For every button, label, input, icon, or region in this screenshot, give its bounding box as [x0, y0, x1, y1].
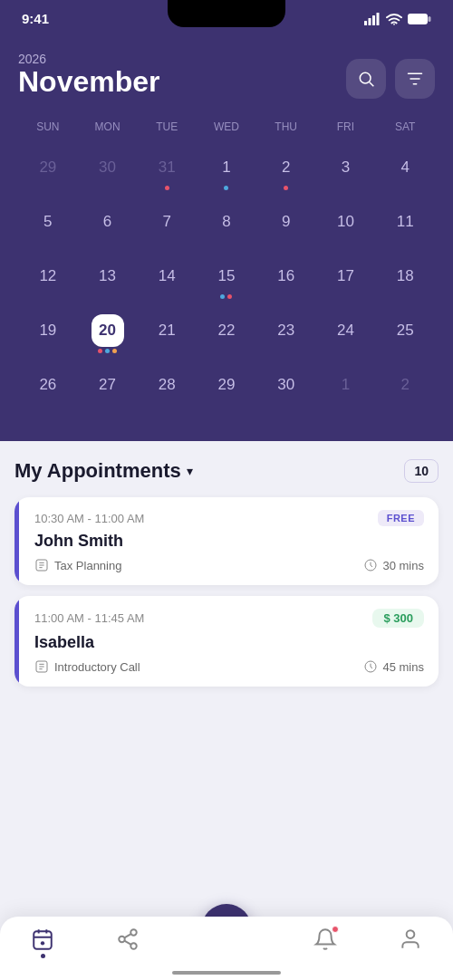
dot-3-0: [224, 186, 228, 190]
cal-day-11[interactable]: 9: [256, 200, 316, 251]
cal-day-24[interactable]: 22: [197, 309, 256, 360]
svg-point-18: [119, 937, 125, 943]
cal-day-3[interactable]: 1: [197, 146, 256, 197]
cal-day-4[interactable]: 2: [256, 146, 316, 197]
day-number-24: 22: [210, 314, 243, 347]
filter-icon: [406, 70, 424, 88]
cal-day-9[interactable]: 7: [137, 200, 197, 251]
card-name-1: John Smith: [34, 532, 424, 551]
day-number-5: 3: [329, 151, 361, 184]
appointment-card-2[interactable]: 11:00 AM - 11:45 AM $ 300 Isabella Intro…: [14, 596, 439, 687]
appointment-card-1[interactable]: 10:30 AM - 11:00 AM FREE John Smith Tax …: [14, 497, 439, 585]
nav-share[interactable]: [116, 927, 140, 958]
svg-rect-3: [377, 13, 380, 25]
day-number-2: 31: [150, 151, 183, 184]
dot-17-0: [220, 294, 225, 299]
weekday-wed: WED: [197, 117, 256, 137]
cal-day-18[interactable]: 16: [256, 255, 316, 305]
profile-nav-icon: [399, 927, 422, 951]
clock-icon-2: [363, 659, 378, 674]
cal-day-19[interactable]: 17: [316, 255, 376, 305]
cal-day-14[interactable]: 12: [18, 255, 78, 305]
dot-row-0: [18, 186, 78, 191]
day-number-17: 15: [210, 260, 243, 293]
dot-2-0: [165, 186, 169, 190]
cal-day-31[interactable]: 29: [197, 363, 256, 414]
filter-button[interactable]: [395, 59, 435, 99]
day-number-0: 29: [32, 151, 64, 184]
dot-row-29: [78, 403, 138, 408]
signal-icon: [364, 13, 381, 25]
dot-row-1: [78, 186, 138, 191]
appointments-header: My Appointments ▾ 10: [14, 459, 439, 483]
clock-icon-1: [363, 558, 378, 572]
bottom-nav: [0, 917, 453, 980]
cal-day-27[interactable]: 25: [375, 309, 435, 360]
day-number-26: 24: [329, 314, 361, 347]
cal-day-5[interactable]: 3: [316, 146, 376, 197]
dot-row-12: [316, 240, 376, 245]
nav-inactive-dot-profile: [409, 954, 413, 958]
day-number-10: 8: [210, 206, 243, 238]
cal-day-2[interactable]: 31: [137, 146, 197, 197]
cal-day-16[interactable]: 14: [137, 255, 197, 305]
svg-line-21: [124, 934, 130, 937]
dot-row-16: [137, 294, 197, 300]
cal-day-6[interactable]: 4: [375, 146, 435, 197]
card-duration-label-2: 45 mins: [382, 660, 424, 674]
nav-profile[interactable]: [399, 927, 422, 958]
dot-row-9: [137, 240, 197, 245]
cal-day-12[interactable]: 10: [316, 200, 376, 251]
dot-row-17: [197, 294, 256, 300]
dot-row-11: [256, 240, 316, 245]
calendar-header: 2026 November: [18, 52, 435, 99]
dot-22-0: [98, 349, 102, 353]
dot-row-5: [316, 186, 376, 191]
cal-day-34[interactable]: 2: [375, 363, 435, 414]
card-duration-2: 45 mins: [363, 659, 424, 674]
cal-day-30[interactable]: 28: [137, 363, 197, 414]
cal-day-29[interactable]: 27: [78, 363, 138, 414]
card-accent-bar: [14, 497, 19, 585]
cal-day-7[interactable]: 5: [18, 200, 78, 251]
cal-day-33[interactable]: 1: [316, 363, 376, 414]
cal-day-13[interactable]: 11: [375, 200, 435, 251]
svg-rect-6: [429, 16, 431, 22]
day-number-9: 7: [150, 206, 183, 238]
card-content-1: 10:30 AM - 11:00 AM FREE John Smith Tax …: [29, 510, 424, 572]
cal-day-21[interactable]: 19: [18, 309, 78, 360]
svg-line-8: [370, 82, 374, 87]
cal-day-20[interactable]: 18: [375, 255, 435, 305]
cal-day-32[interactable]: 30: [256, 363, 316, 414]
cal-day-26[interactable]: 24: [316, 309, 376, 360]
cal-day-17[interactable]: 15: [197, 255, 256, 305]
cal-day-1[interactable]: 30: [78, 146, 138, 197]
cal-day-10[interactable]: 8: [197, 200, 256, 251]
year-label: 2026: [18, 52, 160, 66]
day-number-4: 2: [270, 151, 303, 184]
dot-row-26: [316, 349, 376, 354]
svg-rect-15: [34, 931, 52, 949]
cal-day-28[interactable]: 26: [18, 363, 78, 414]
cal-day-8[interactable]: 6: [78, 200, 138, 251]
cal-day-22[interactable]: 20: [78, 309, 138, 360]
dot-row-7: [18, 240, 78, 245]
search-icon: [357, 70, 375, 88]
day-number-28: 26: [32, 369, 64, 401]
cal-day-23[interactable]: 21: [137, 309, 197, 360]
day-number-15: 13: [92, 260, 124, 293]
nav-calendar[interactable]: [31, 927, 54, 958]
day-number-6: 4: [389, 151, 421, 184]
card-bottom-row-2: Introductory Call 45 mins: [34, 659, 424, 674]
card-bottom-row-1: Tax Planning 30 mins: [34, 558, 424, 572]
cal-day-15[interactable]: 13: [78, 255, 138, 305]
dot-row-24: [197, 349, 256, 354]
cal-day-0[interactable]: 29: [18, 146, 78, 197]
month-label: November: [18, 66, 160, 98]
dropdown-arrow-icon[interactable]: ▾: [187, 464, 193, 478]
nav-notifications[interactable]: [313, 927, 337, 958]
search-button[interactable]: [346, 59, 386, 99]
calendar-actions: [346, 59, 435, 99]
cal-day-25[interactable]: 23: [256, 309, 316, 360]
card-name-2: Isabella: [34, 633, 424, 652]
